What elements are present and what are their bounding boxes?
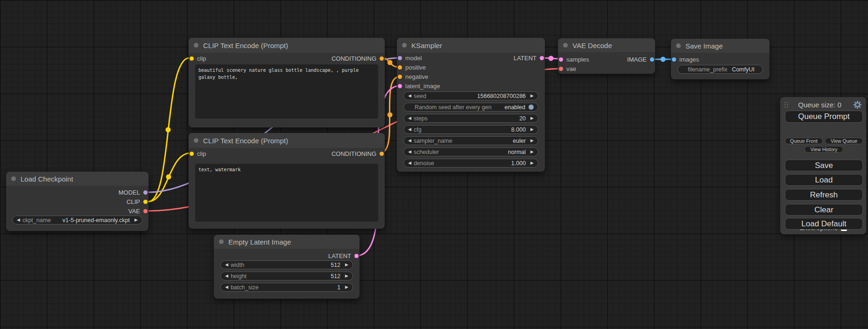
sampler-name-widget[interactable]: ◀ sampler_name euler ▶ <box>403 136 538 145</box>
input-slot-images[interactable]: images <box>672 55 699 64</box>
conditioning-input-dot[interactable] <box>398 75 402 79</box>
collapse-dot-icon[interactable] <box>219 239 224 244</box>
node-title-bar[interactable]: VAE Decode <box>558 38 655 52</box>
decrement-arrow-icon[interactable]: ◀ <box>225 274 228 278</box>
input-slot-model[interactable]: model <box>398 53 422 63</box>
conditioning-output-dot[interactable] <box>380 56 384 61</box>
conditioning-input-dot[interactable] <box>398 65 402 70</box>
ckpt-name-widget[interactable]: ◀ ckpt_name v1-5-pruned-emaonly.ckpt ▶ <box>12 216 142 224</box>
decrement-arrow-icon[interactable]: ◀ <box>408 127 411 132</box>
vae-output-dot[interactable] <box>143 209 148 213</box>
node-clip-text-encode-positive[interactable]: CLIP Text Encode (Prompt) clip CONDITION… <box>189 38 385 127</box>
latent-output-dot[interactable] <box>540 56 544 60</box>
decrement-arrow-icon[interactable]: ◀ <box>408 116 411 120</box>
random-seed-toggle-widget[interactable]: Random seed after every gen enabled <box>403 103 538 112</box>
node-title-bar[interactable]: Load Checkpoint <box>6 172 148 186</box>
view-history-button[interactable]: View History <box>804 146 843 153</box>
input-slot-vae[interactable]: vae <box>559 64 576 73</box>
node-title-bar[interactable]: Save Image <box>671 39 769 53</box>
input-slot-latent-image[interactable]: latent_image <box>398 81 440 91</box>
gear-icon[interactable] <box>853 100 862 109</box>
load-default-button[interactable]: Load Default <box>785 218 863 230</box>
node-empty-latent-image[interactable]: Empty Latent Image LATENT ◀ width 512 ▶ … <box>214 235 360 299</box>
decrement-arrow-icon[interactable]: ◀ <box>408 139 411 143</box>
positive-prompt-textarea[interactable]: beautiful scenery nature glass bottle la… <box>195 64 378 119</box>
increment-arrow-icon[interactable]: ▶ <box>530 116 534 120</box>
node-ksampler[interactable]: KSampler LATENT model positive negative … <box>397 38 545 172</box>
collapse-dot-icon[interactable] <box>11 176 16 181</box>
input-slot-negative[interactable]: negative <box>398 72 428 81</box>
link-midpoint-dot[interactable] <box>388 112 393 118</box>
output-slot-latent[interactable]: LATENT <box>328 251 359 260</box>
link-midpoint-dot[interactable] <box>166 127 171 133</box>
node-clip-text-encode-negative[interactable]: CLIP Text Encode (Prompt) clip CONDITION… <box>189 133 385 229</box>
refresh-button[interactable]: Refresh <box>785 189 863 201</box>
scheduler-widget[interactable]: ◀ scheduler normal ▶ <box>403 147 538 156</box>
node-vae-decode[interactable]: VAE Decode samples vae IMAGE <box>558 38 655 74</box>
output-slot-image[interactable]: IMAGE <box>627 55 654 64</box>
width-widget[interactable]: ◀ width 512 ▶ <box>220 260 353 269</box>
clear-button[interactable]: Clear <box>785 204 863 216</box>
conditioning-output-dot[interactable] <box>380 152 384 156</box>
negative-prompt-textarea[interactable]: text, watermark <box>195 164 378 222</box>
output-slot-model[interactable]: MODEL <box>119 188 148 197</box>
input-slot-clip[interactable]: clip <box>190 54 206 63</box>
image-input-dot[interactable] <box>672 57 676 62</box>
increment-arrow-icon[interactable]: ▶ <box>345 285 348 289</box>
decrement-arrow-icon[interactable]: ◀ <box>225 285 228 289</box>
latent-output-dot[interactable] <box>354 254 359 258</box>
output-slot-vae[interactable]: VAE <box>128 206 148 216</box>
decrement-arrow-icon[interactable]: ◀ <box>408 161 411 165</box>
node-title-bar[interactable]: CLIP Text Encode (Prompt) <box>189 38 385 53</box>
decrement-arrow-icon[interactable]: ◀ <box>17 218 20 222</box>
collapse-dot-icon[interactable] <box>194 138 198 143</box>
collapse-dot-icon[interactable] <box>563 43 568 48</box>
decrement-arrow-icon[interactable]: ◀ <box>408 150 411 154</box>
increment-arrow-icon[interactable]: ▶ <box>345 274 348 278</box>
toggle-on-icon[interactable] <box>529 105 534 110</box>
clip-input-dot[interactable] <box>190 152 194 156</box>
node-title-bar[interactable]: Empty Latent Image <box>214 235 360 249</box>
input-slot-clip[interactable]: clip <box>190 149 206 158</box>
link-midpoint-dot[interactable] <box>388 60 393 65</box>
seed-widget[interactable]: ◀ seed 156680208700286 ▶ <box>403 91 538 100</box>
increment-arrow-icon[interactable]: ▶ <box>530 150 534 154</box>
input-slot-positive[interactable]: positive <box>398 63 426 72</box>
queue-front-button[interactable]: Queue Front <box>785 138 823 144</box>
load-button[interactable]: Load <box>785 174 863 186</box>
collapse-dot-icon[interactable] <box>402 43 407 48</box>
output-slot-clip[interactable]: CLIP <box>127 197 148 206</box>
drag-handle-icon[interactable] <box>784 102 788 108</box>
height-widget[interactable]: ◀ height 512 ▶ <box>220 272 353 280</box>
increment-arrow-icon[interactable]: ▶ <box>530 139 534 143</box>
node-title-bar[interactable]: CLIP Text Encode (Prompt) <box>189 133 385 148</box>
denoise-widget[interactable]: ◀ denoise 1.000 ▶ <box>403 159 538 168</box>
output-slot-latent[interactable]: LATENT <box>514 53 544 63</box>
vae-input-dot[interactable] <box>559 67 563 71</box>
decrement-arrow-icon[interactable]: ◀ <box>225 263 228 267</box>
cfg-widget[interactable]: ◀ cfg 8.000 ▶ <box>403 125 538 134</box>
link-midpoint-dot[interactable] <box>549 56 554 61</box>
increment-arrow-icon[interactable]: ▶ <box>530 127 534 132</box>
increment-arrow-icon[interactable]: ▶ <box>134 218 138 222</box>
decrement-arrow-icon[interactable]: ◀ <box>408 94 411 98</box>
filename-prefix-widget[interactable]: filename_prefix ComfyUI <box>677 65 763 74</box>
increment-arrow-icon[interactable]: ▶ <box>345 263 348 267</box>
image-output-dot[interactable] <box>650 57 654 62</box>
output-slot-conditioning[interactable]: CONDITIONING <box>332 149 384 158</box>
latent-input-dot[interactable] <box>559 57 563 62</box>
collapse-dot-icon[interactable] <box>676 43 681 48</box>
steps-widget[interactable]: ◀ steps 20 ▶ <box>403 114 538 123</box>
node-graph-canvas[interactable]: Load Checkpoint MODEL CLIP VAE ◀ ckpt_na… <box>0 0 868 329</box>
model-output-dot[interactable] <box>143 190 148 195</box>
batch-size-widget[interactable]: ◀ batch_size 1 ▶ <box>220 283 353 292</box>
node-save-image[interactable]: Save Image images filename_prefix ComfyU… <box>671 39 769 79</box>
collapse-dot-icon[interactable] <box>194 43 198 48</box>
latent-input-dot[interactable] <box>398 84 402 88</box>
model-input-dot[interactable] <box>398 56 402 60</box>
queue-prompt-button[interactable]: Queue Prompt <box>785 111 863 123</box>
link-midpoint-dot[interactable] <box>661 57 666 62</box>
save-button[interactable]: Save <box>785 160 863 171</box>
node-title-bar[interactable]: KSampler <box>397 38 545 53</box>
clip-output-dot[interactable] <box>143 200 148 204</box>
